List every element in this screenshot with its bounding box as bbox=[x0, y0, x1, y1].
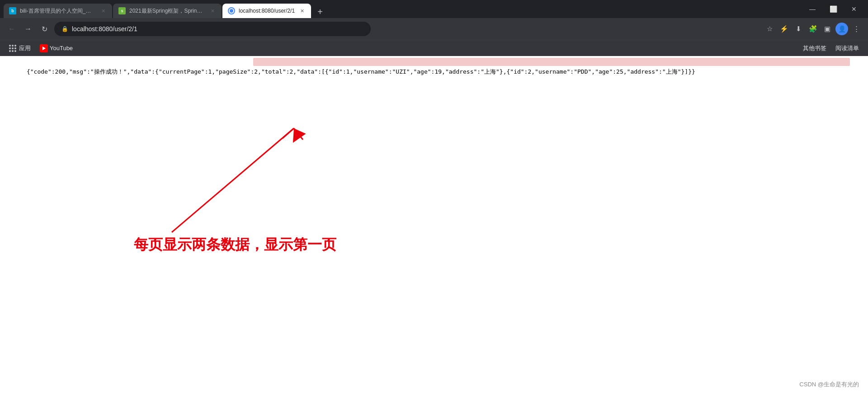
reading-mode-button[interactable]: 阅读清单 bbox=[832, 42, 863, 54]
youtube-bookmark[interactable]: YouTube bbox=[36, 42, 76, 54]
youtube-play-icon bbox=[42, 47, 46, 50]
window-controls: — ⬜ ✕ bbox=[802, 0, 864, 18]
json-response-text: {"code":200,"msg":"操作成功！","data":{"curre… bbox=[27, 68, 695, 75]
other-bookmarks-label: 其他书签 bbox=[803, 44, 826, 52]
bookmarks-bar: 应用 YouTube 其他书签 阅读清单 bbox=[0, 40, 868, 56]
title-bar: b bili-首席管理员的个人空间_哔哩... ✕ S 2021最新Spring… bbox=[0, 0, 868, 18]
profile-icon[interactable]: 👤 bbox=[835, 23, 848, 35]
tab-spring[interactable]: S 2021最新Spring框架，SpringM... ✕ bbox=[113, 4, 222, 18]
apps-button[interactable]: 应用 bbox=[5, 42, 34, 54]
browser-window: b bili-首席管理员的个人空间_哔哩... ✕ S 2021最新Spring… bbox=[0, 0, 868, 394]
close-button[interactable]: ✕ bbox=[844, 0, 864, 18]
tab-localhost[interactable]: localhost:8080/user/2/1 ✕ bbox=[222, 4, 311, 18]
tab-close-spring[interactable]: ✕ bbox=[209, 7, 216, 14]
svg-marker-1 bbox=[287, 124, 306, 143]
tab-close-localhost[interactable]: ✕ bbox=[298, 7, 306, 14]
tabs-area: b bili-首席管理员的个人空间_哔哩... ✕ S 2021最新Spring… bbox=[4, 0, 802, 18]
apps-grid-icon bbox=[9, 45, 16, 52]
lock-icon: 🔒 bbox=[61, 26, 68, 32]
address-bar: ← → ↻ 🔒 localhost:8080/user/2/1 ☆ ⚡ ⬇ 🧩 … bbox=[0, 18, 868, 40]
tab-favicon-bili: b bbox=[9, 7, 16, 14]
annotation-text: 每页显示两条数据，显示第一页 bbox=[134, 235, 336, 255]
tab-label-bili: bili-首席管理员的个人空间_哔哩... bbox=[20, 7, 96, 15]
bookmark-star-icon[interactable]: ☆ bbox=[763, 23, 776, 35]
youtube-label: YouTube bbox=[50, 45, 73, 52]
download-icon[interactable]: ⬇ bbox=[792, 23, 805, 35]
tab-label-spring: 2021最新Spring框架，SpringM... bbox=[129, 7, 205, 15]
menu-icon[interactable]: ⋮ bbox=[850, 23, 863, 35]
minimize-button[interactable]: — bbox=[802, 0, 823, 18]
page-content: {"code":200,"msg":"操作成功！","data":{"curre… bbox=[0, 56, 868, 394]
tab-bili[interactable]: b bili-首席管理员的个人空间_哔哩... ✕ bbox=[4, 4, 112, 18]
address-right-controls: ☆ ⚡ ⬇ 🧩 ▣ 👤 ⋮ bbox=[763, 23, 863, 35]
tab-favicon-spring: S bbox=[118, 7, 126, 14]
bookmarks-right: 其他书签 阅读清单 bbox=[799, 42, 863, 54]
json-response: {"code":200,"msg":"操作成功！","data":{"curre… bbox=[0, 56, 868, 104]
forward-button[interactable]: → bbox=[22, 23, 34, 35]
tab-close-bili[interactable]: ✕ bbox=[99, 7, 107, 14]
apps-label: 应用 bbox=[19, 44, 31, 52]
watermark: CSDN @生命是有光的 bbox=[799, 380, 859, 389]
other-bookmarks-button[interactable]: 其他书签 bbox=[799, 42, 830, 54]
annotation-container: 每页显示两条数据，显示第一页 bbox=[145, 106, 326, 250]
extensions-icon[interactable]: 🧩 bbox=[807, 23, 819, 35]
sidebar-icon[interactable]: ▣ bbox=[821, 23, 834, 35]
new-tab-button[interactable]: + bbox=[314, 5, 326, 18]
svg-line-0 bbox=[172, 128, 294, 232]
reading-mode-label: 阅读清单 bbox=[835, 44, 859, 52]
maximize-button[interactable]: ⬜ bbox=[823, 0, 844, 18]
tab-favicon-localhost bbox=[228, 7, 235, 14]
back-button[interactable]: ← bbox=[5, 23, 18, 35]
highlight-bar bbox=[253, 58, 850, 66]
arrow-svg bbox=[145, 106, 326, 250]
performance-icon[interactable]: ⚡ bbox=[778, 23, 790, 35]
tab-label-localhost: localhost:8080/user/2/1 bbox=[239, 8, 295, 14]
reload-button[interactable]: ↻ bbox=[38, 23, 51, 35]
url-bar[interactable]: 🔒 localhost:8080/user/2/1 bbox=[54, 22, 371, 36]
youtube-favicon-icon bbox=[40, 44, 48, 52]
url-text: localhost:8080/user/2/1 bbox=[72, 25, 363, 33]
svg-line-2 bbox=[283, 128, 294, 138]
